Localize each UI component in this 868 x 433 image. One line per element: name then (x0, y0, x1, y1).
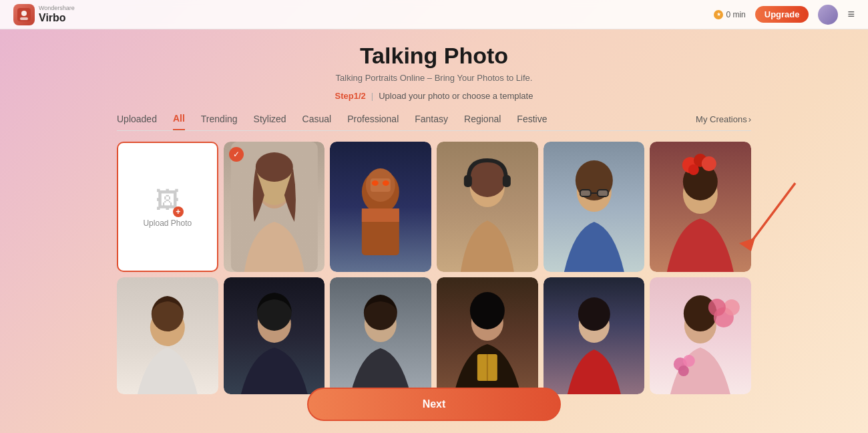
logo-area: Wondershare Virbo (13, 4, 75, 25)
photo-card-9[interactable] (437, 277, 538, 394)
svg-rect-21 (580, 190, 590, 196)
tab-uploaded[interactable]: Uploaded (117, 114, 157, 130)
svg-rect-18 (503, 175, 511, 187)
min-counter: ★ 0 min (714, 10, 745, 19)
min-label: 0 min (726, 10, 745, 19)
tab-fantasy[interactable]: Fantasy (415, 114, 448, 130)
next-button[interactable]: Next (307, 388, 561, 421)
coin-icon: ★ (714, 10, 723, 19)
logo-brand: Wondershare (39, 5, 75, 12)
step-bar: Step1/2 | Upload your photo or choose a … (335, 91, 533, 101)
step-desc: Upload your photo or choose a template (379, 91, 533, 101)
logo-icon (13, 4, 35, 25)
upgrade-button[interactable]: Upgrade (755, 6, 809, 23)
photo-card-3[interactable] (437, 142, 538, 272)
upload-icon-wrap: 🖼 + (156, 186, 180, 214)
main-content: Talking Photo Talking Portraits Online –… (0, 29, 868, 394)
svg-point-41 (578, 297, 610, 331)
svg-point-29 (688, 164, 699, 175)
svg-point-45 (724, 299, 740, 315)
svg-point-13 (372, 180, 379, 186)
upload-label: Upload Photo (143, 219, 192, 228)
photo-card-7[interactable] (224, 277, 325, 394)
svg-point-1 (21, 11, 27, 16)
photo-card-6[interactable] (117, 277, 218, 394)
svg-point-49 (678, 366, 689, 376)
photo-card-5[interactable] (650, 142, 751, 272)
svg-point-37 (470, 292, 505, 329)
tab-trending[interactable]: Trending (201, 114, 238, 130)
svg-point-7 (255, 152, 292, 182)
avatar[interactable] (818, 5, 838, 25)
logo-app: Virbo (39, 12, 75, 24)
photo-card-4[interactable] (544, 142, 645, 272)
tab-casual[interactable]: Casual (302, 114, 332, 130)
upload-card[interactable]: 🖼 + Upload Photo (117, 142, 218, 272)
header-right: ★ 0 min Upgrade ≡ (714, 5, 855, 25)
header: Wondershare Virbo ★ 0 min Upgrade ≡ (0, 0, 868, 29)
menu-icon[interactable]: ≡ (847, 7, 855, 21)
my-creations-link[interactable]: My Creations › (696, 114, 751, 130)
tab-regional[interactable]: Regional (464, 114, 501, 130)
svg-line-50 (747, 183, 795, 247)
photo-card-10[interactable] (544, 277, 645, 394)
next-button-wrap: Next (307, 388, 561, 421)
photo-card-2[interactable] (330, 142, 431, 272)
svg-point-14 (383, 180, 389, 186)
tab-festive[interactable]: Festive (517, 114, 547, 130)
tabs-bar: Uploaded All Trending Stylized Casual Pr… (117, 113, 751, 131)
selected-check: ✓ (229, 147, 244, 162)
svg-point-28 (702, 156, 716, 171)
page-subtitle: Talking Portraits Online – Bring Your Ph… (336, 73, 533, 83)
photo-grid-wrapper: 🖼 + Upload Photo ✓ (117, 142, 751, 394)
svg-point-48 (683, 355, 695, 367)
plus-badge: + (173, 206, 184, 217)
svg-rect-10 (362, 208, 399, 222)
svg-rect-17 (464, 175, 472, 187)
step-divider: | (371, 91, 373, 101)
tab-stylized[interactable]: Stylized (254, 114, 286, 130)
tab-professional[interactable]: Professional (347, 114, 399, 130)
photo-card-8[interactable] (330, 277, 431, 394)
photo-card-1[interactable]: ✓ (224, 142, 325, 272)
photo-card-11[interactable] (650, 277, 751, 394)
logo-text: Wondershare Virbo (39, 5, 75, 23)
svg-rect-22 (597, 190, 608, 196)
page-title: Talking Photo (360, 43, 508, 69)
tab-all[interactable]: All (173, 113, 185, 130)
svg-rect-2 (20, 17, 28, 20)
photo-grid: 🖼 + Upload Photo ✓ (117, 142, 751, 394)
svg-point-46 (708, 299, 726, 316)
step-label: Step1/2 (335, 91, 366, 101)
